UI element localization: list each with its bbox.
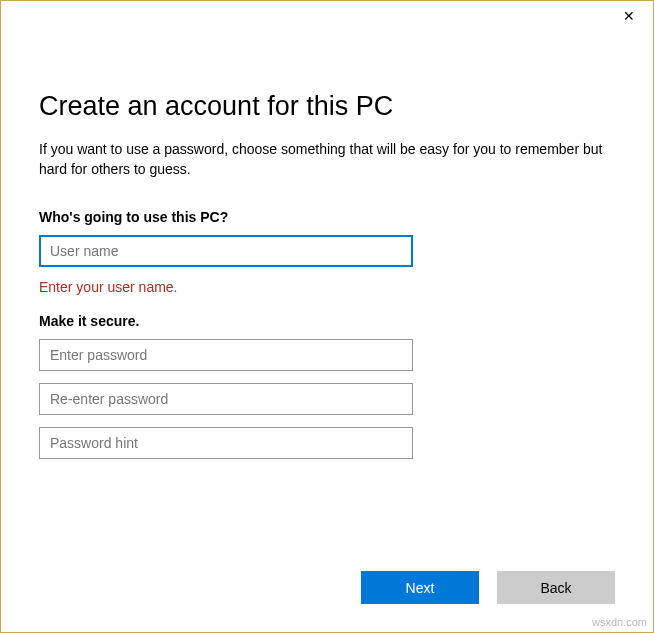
username-section-label: Who's going to use this PC? [39,209,615,225]
next-button[interactable]: Next [361,571,479,604]
close-icon[interactable]: ✕ [619,6,639,26]
username-input[interactable] [39,235,413,267]
page-description: If you want to use a password, choose so… [39,140,615,179]
titlebar: ✕ [1,1,653,31]
dialog-footer: Next Back [361,571,615,604]
watermark-text: wsxdn.com [592,616,647,628]
confirm-password-input[interactable] [39,383,413,415]
password-hint-input[interactable] [39,427,413,459]
username-section: Who's going to use this PC? Enter your u… [39,209,615,295]
password-input[interactable] [39,339,413,371]
page-title: Create an account for this PC [39,91,615,122]
password-section: Make it secure. [39,313,615,459]
dialog-content: Create an account for this PC If you wan… [1,31,653,459]
username-error-text: Enter your user name. [39,279,615,295]
back-button[interactable]: Back [497,571,615,604]
password-section-label: Make it secure. [39,313,615,329]
